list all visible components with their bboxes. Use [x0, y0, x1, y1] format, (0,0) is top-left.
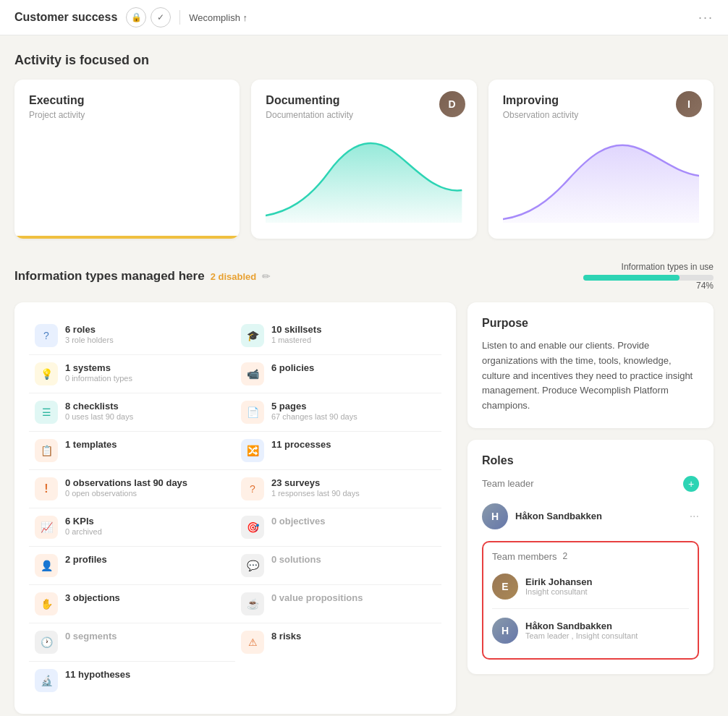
team-leader-header: Team leader +: [482, 476, 699, 492]
leader-name: Håkon Sandbakken: [515, 511, 602, 521]
documenting-card: Documenting Documentation activity D: [251, 80, 476, 239]
list-item[interactable]: 🔀 11 processes: [235, 432, 441, 470]
wecomplish-link[interactable]: Wecomplish ↑: [189, 12, 247, 23]
list-item[interactable]: 👤 2 profiles: [29, 547, 235, 585]
hypotheses-icon: 🔬: [35, 669, 58, 692]
list-item[interactable]: ⚠ 8 risks: [235, 623, 441, 661]
leader-person-row: H Håkon Sandbakken ···: [482, 498, 699, 535]
improving-subtitle: Observation activity: [503, 110, 699, 120]
progress-label: Information types in use: [583, 262, 714, 272]
list-item[interactable]: ✋ 3 objections: [29, 585, 235, 623]
member-1-row: E Eirik Johansen Insight consultant: [492, 568, 689, 605]
executing-title: Executing: [29, 94, 225, 107]
list-item[interactable]: 🕐 0 segments: [29, 623, 235, 662]
main-content: Activity is focused on Executing Project…: [0, 35, 728, 716]
purpose-panel: Purpose Listen to and enable our clients…: [467, 302, 714, 428]
info-items-left: ? 6 roles 3 role holders 💡 1 systems 0 i…: [29, 317, 235, 699]
objections-icon: ✋: [35, 592, 58, 615]
roles-label: 6 roles: [65, 324, 114, 335]
improving-card: Improving Observation activity I: [488, 80, 714, 239]
member-1-avatar: E: [492, 574, 518, 600]
list-item[interactable]: 🎓 10 skillsets 1 mastered: [235, 317, 441, 355]
skillsets-sublabel: 1 mastered: [271, 336, 321, 344]
list-item[interactable]: ? 23 surveys 1 responses last 90 days: [235, 470, 441, 508]
list-item[interactable]: ? 6 roles 3 role holders: [29, 317, 235, 355]
checklists-icon: ☰: [35, 401, 58, 424]
right-column: Purpose Listen to and enable our clients…: [467, 302, 714, 714]
risks-label: 8 risks: [271, 631, 301, 642]
risks-icon: ⚠: [241, 631, 264, 654]
list-item[interactable]: 💡 1 systems 0 information types: [29, 355, 235, 393]
improving-title: Improving: [503, 94, 699, 107]
member-1-role: Insight consultant: [525, 587, 592, 596]
disabled-badge: 2 disabled: [211, 271, 257, 282]
objectives-label: 0 objectives: [271, 516, 325, 527]
divider: [492, 608, 689, 609]
team-leader-label: Team leader: [482, 478, 534, 489]
member-2-role: Team leader , Insight consultant: [525, 631, 638, 640]
checklists-sublabel: 0 uses last 90 days: [65, 412, 133, 421]
leader-avatar: H: [482, 503, 508, 529]
info-items-grid: ? 6 roles 3 role holders 💡 1 systems 0 i…: [29, 317, 441, 699]
list-item[interactable]: 📈 6 KPIs 0 archived: [29, 508, 235, 547]
info-items-right: 🎓 10 skillsets 1 mastered 📹 6 policies: [235, 317, 441, 699]
documenting-avatar: D: [439, 91, 465, 117]
pages-icon: 📄: [241, 401, 264, 424]
kpis-label: 6 KPIs: [65, 516, 102, 527]
member-2-avatar: H: [492, 618, 518, 644]
documenting-title: Documenting: [266, 94, 462, 107]
segments-label: 0 segments: [65, 631, 117, 642]
observations-icon: !: [35, 477, 58, 500]
skillsets-label: 10 skillsets: [271, 324, 321, 335]
executing-bar: [14, 236, 240, 239]
member-1-name: Eirik Johansen: [525, 576, 592, 587]
add-team-leader-button[interactable]: +: [683, 476, 699, 492]
roles-panel: Roles Team leader + H Håkon Sandbakken ·…: [467, 440, 714, 674]
solutions-label: 0 solutions: [271, 554, 321, 565]
divider: [179, 10, 180, 25]
improving-chart: [503, 129, 699, 223]
more-menu[interactable]: ···: [698, 10, 714, 25]
surveys-label: 23 surveys: [271, 477, 360, 488]
check-icon[interactable]: ✓: [151, 7, 171, 27]
lock-icon[interactable]: 🔒: [126, 7, 146, 27]
list-item[interactable]: 📹 6 policies: [235, 355, 441, 393]
profiles-icon: 👤: [35, 554, 58, 577]
list-item[interactable]: 🔬 11 hypotheses: [29, 662, 235, 699]
observations-sublabel: 0 open observations: [65, 489, 187, 498]
kpis-icon: 📈: [35, 516, 58, 539]
systems-sublabel: 0 information types: [65, 374, 132, 383]
processes-label: 11 processes: [271, 439, 331, 450]
checklists-label: 8 checklists: [65, 401, 133, 412]
list-item[interactable]: ! 0 observations last 90 days 0 open obs…: [29, 470, 235, 508]
templates-icon: 📋: [35, 439, 58, 462]
info-types-panel: ? 6 roles 3 role holders 💡 1 systems 0 i…: [14, 302, 456, 714]
team-members-header: Team members 2: [492, 551, 689, 562]
processes-icon: 🔀: [241, 439, 264, 462]
policies-label: 6 policies: [271, 362, 314, 373]
segments-icon: 🕐: [35, 631, 58, 654]
member-2-row: H Håkon Sandbakken Team leader , Insight…: [492, 612, 689, 649]
info-types-header: Information types managed here 2 disable…: [14, 262, 714, 291]
progress-pct: 74%: [583, 281, 714, 291]
objections-label: 3 objections: [65, 592, 120, 603]
systems-icon: 💡: [35, 362, 58, 385]
list-item[interactable]: ☕ 0 value propositions: [235, 585, 441, 623]
objectives-icon: 🎯: [241, 516, 264, 539]
activity-cards: Executing Project activity Documenting D…: [14, 80, 714, 239]
list-item[interactable]: 📄 5 pages 67 changes last 90 days: [235, 393, 441, 432]
progress-bar-fill: [583, 275, 680, 281]
list-item[interactable]: 💬 0 solutions: [235, 547, 441, 585]
documenting-subtitle: Documentation activity: [266, 110, 462, 120]
team-members-section: Team members 2 E Eirik Johansen Insight …: [482, 541, 699, 660]
solutions-icon: 💬: [241, 554, 264, 577]
executing-subtitle: Project activity: [29, 110, 225, 120]
templates-label: 1 templates: [65, 439, 117, 450]
improving-avatar: I: [676, 91, 702, 117]
edit-icon[interactable]: ✏: [262, 270, 271, 282]
list-item[interactable]: ☰ 8 checklists 0 uses last 90 days: [29, 393, 235, 432]
list-item[interactable]: 🎯 0 objectives: [235, 508, 441, 547]
list-item[interactable]: 📋 1 templates: [29, 432, 235, 470]
pages-sublabel: 67 changes last 90 days: [271, 412, 357, 421]
leader-more-menu[interactable]: ···: [690, 510, 699, 523]
